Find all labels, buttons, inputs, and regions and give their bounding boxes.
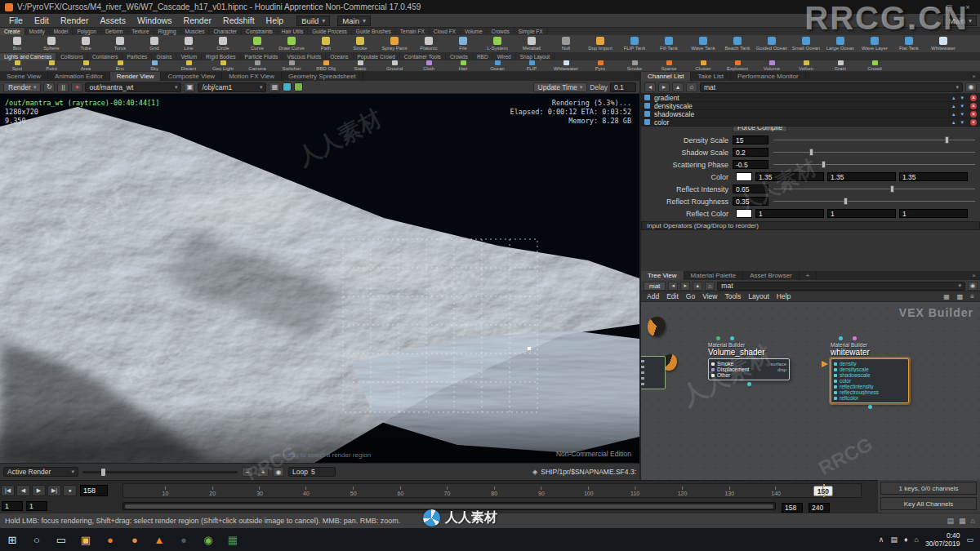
move-up-icon[interactable]: ▴ xyxy=(951,111,956,118)
lock-icon[interactable]: ◈ xyxy=(532,468,538,476)
tab-performance-monitor[interactable]: Performance Monitor xyxy=(731,72,806,81)
shelf-tool[interactable]: Sphere xyxy=(34,35,69,52)
shelf-tool[interactable]: Whitewater xyxy=(549,60,583,71)
language-icon[interactable]: ⌂ xyxy=(915,535,919,544)
render-viewport[interactable]: /out/mantra_wt (raytrace)-00:40:44[1] 12… xyxy=(0,94,639,463)
shelf-tool[interactable]: Vellum xyxy=(789,60,823,71)
current-frame-field[interactable]: 158 xyxy=(80,485,108,496)
tab-tree-view[interactable]: Tree View xyxy=(641,271,684,280)
shelf-tab[interactable]: Grains xyxy=(152,53,176,60)
color-b-field[interactable]: 1.35 xyxy=(899,172,968,181)
input-operator-row[interactable]: color ▴ ▾ × xyxy=(641,118,980,127)
taskbar-app-icon[interactable]: ◉ xyxy=(196,528,220,551)
shelf-tool[interactable]: Sky xyxy=(137,60,172,71)
snapshot-camera-icon[interactable]: ◉ xyxy=(273,467,284,477)
camera-select[interactable]: /obj/cam1 ▾ xyxy=(198,82,266,92)
shelf-tool[interactable]: Path xyxy=(309,35,343,52)
move-down-icon[interactable]: ▾ xyxy=(960,95,964,101)
close-icon[interactable]: × xyxy=(968,271,980,280)
shelf-tool[interactable]: Ocean xyxy=(480,60,514,71)
transport-button[interactable]: ▶ xyxy=(32,485,46,496)
move-up-icon[interactable]: ▴ xyxy=(951,95,956,101)
shelf-tab[interactable]: Rigging xyxy=(154,28,181,35)
taskbar-app-icon[interactable]: ▭ xyxy=(49,528,74,551)
color-r-field[interactable]: 1 xyxy=(755,209,824,218)
taskbar-app-icon[interactable]: ○ xyxy=(24,528,49,551)
menu-item[interactable]: File xyxy=(3,16,29,25)
nav-up-icon[interactable]: ▴ xyxy=(693,282,702,291)
timeline-scrollbar[interactable] xyxy=(122,502,776,510)
shelf-tool[interactable]: Volume xyxy=(755,60,789,71)
move-up-icon[interactable]: ▴ xyxy=(951,103,956,109)
home-icon[interactable]: ⌂ xyxy=(971,517,975,525)
network-menu-item[interactable]: Help xyxy=(777,292,791,300)
render-mode-select[interactable]: Active Render ▾ xyxy=(3,467,78,477)
shelf-tab[interactable]: Texture xyxy=(127,28,154,35)
param-slider[interactable] xyxy=(773,136,975,144)
shelf-tab[interactable]: Guide Process xyxy=(308,28,352,35)
node-volume-shader[interactable]: Material Builder Volume_shader Smoke sur… xyxy=(708,336,790,386)
nav-back-icon[interactable]: ◂ xyxy=(668,282,678,291)
timeline-ruler[interactable]: 150 102030405060708090100110120130140150 xyxy=(122,483,862,498)
transport-button[interactable]: ▶| xyxy=(47,485,61,496)
maximize-button[interactable]: ▢ xyxy=(942,3,956,11)
shelf-tool[interactable]: Flat Tank xyxy=(892,35,926,52)
shelf-tab[interactable]: Snap Layout xyxy=(516,53,555,60)
color-swatch[interactable] xyxy=(736,172,752,181)
network-path-select[interactable]: mat ▾ xyxy=(717,282,965,291)
shelf-tool[interactable]: Grain xyxy=(823,60,858,71)
shelf-tool[interactable]: Dop Import xyxy=(583,35,617,52)
notifications-icon[interactable]: ▭ xyxy=(966,535,973,544)
taskbar-app-icon[interactable]: ▲ xyxy=(147,528,172,551)
refresh-icon[interactable]: ↻ xyxy=(43,82,55,92)
param-slider[interactable] xyxy=(773,160,975,169)
tab-material-palette[interactable]: Material Palette xyxy=(684,271,744,280)
rendered-image[interactable] xyxy=(0,94,639,463)
shelf-tool[interactable]: Guided Ocean xyxy=(755,35,789,52)
shelf-tool[interactable]: Camera xyxy=(240,60,274,71)
render-button[interactable]: Render ▾ xyxy=(3,82,41,92)
preview-toggle[interactable] xyxy=(283,82,292,91)
shelf-tool[interactable]: FLIP Tank xyxy=(617,35,652,52)
nav-forward-icon[interactable]: ▸ xyxy=(680,282,690,291)
desktop-selector[interactable]: Main ▾ xyxy=(337,16,371,26)
shelf-tool[interactable]: Large Ocean xyxy=(823,35,858,52)
shelf-tab[interactable]: Guide Brushes xyxy=(352,28,396,35)
delay-field[interactable]: 0.1 xyxy=(610,82,636,92)
shelf-tab[interactable]: Simple FX xyxy=(514,28,548,35)
shelf-tool[interactable]: Area xyxy=(69,60,103,71)
delete-icon[interactable]: × xyxy=(970,95,977,101)
shelf-tool[interactable]: Metaball xyxy=(514,35,549,52)
param-slider[interactable] xyxy=(773,184,975,193)
menu-item[interactable]: Render xyxy=(178,16,217,25)
network-menu-item[interactable]: Add xyxy=(647,292,659,300)
network-menu-item[interactable]: Go xyxy=(686,292,695,300)
transport-button[interactable]: |◀ xyxy=(1,485,15,496)
pin-icon[interactable]: ◉ xyxy=(968,282,978,291)
minimize-button[interactable]: — xyxy=(923,3,938,11)
shelf-tab[interactable]: Constraints xyxy=(242,28,278,35)
snapshot-toggle[interactable] xyxy=(294,82,303,91)
shelf-tool[interactable]: L-System xyxy=(480,35,514,52)
options-icon[interactable]: ≡ xyxy=(970,293,974,300)
transport-button[interactable]: ◀ xyxy=(16,485,30,496)
shelf-tool[interactable]: Spot xyxy=(0,60,34,71)
update-mode-button[interactable]: Update Time ▾ xyxy=(533,82,588,92)
color-g-field[interactable]: 1 xyxy=(827,209,896,218)
shelf-tool[interactable]: Wave Tank xyxy=(686,35,720,52)
tab-asset-browser[interactable]: Asset Browser xyxy=(743,271,800,280)
message-icon[interactable]: ▦ xyxy=(959,517,966,525)
shelf-tool[interactable]: Sparse xyxy=(652,60,686,71)
network-menu-item[interactable]: Edit xyxy=(666,292,679,300)
shelf-tool[interactable]: Grid xyxy=(137,35,172,52)
shelf-tool[interactable]: Env xyxy=(103,60,137,71)
tab-animation-editor[interactable]: Animation Editor xyxy=(48,72,110,81)
tray-clock[interactable]: 0:40 30/07/2019 xyxy=(925,531,960,548)
zoom-out-icon[interactable]: − xyxy=(242,467,253,477)
range-start-field[interactable]: 1 xyxy=(2,501,23,511)
shelf-tool[interactable]: Hair xyxy=(446,60,480,71)
shelf-tool[interactable]: Small Ocean xyxy=(789,35,823,52)
close-button[interactable]: × xyxy=(960,3,975,11)
shelf-tab[interactable]: Particle Fluids xyxy=(241,53,283,60)
shelf-tab[interactable]: Containers xyxy=(88,53,122,60)
